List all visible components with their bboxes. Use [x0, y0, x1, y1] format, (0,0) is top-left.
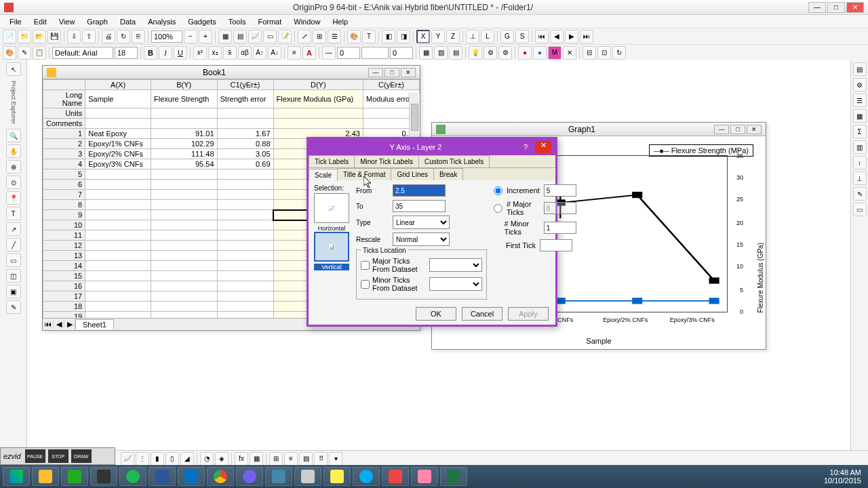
tab-scale[interactable]: Scale — [309, 169, 338, 181]
calculator-taskbar-icon[interactable] — [294, 467, 321, 486]
dialog-help-button[interactable]: ? — [519, 143, 532, 151]
first-tick-input[interactable] — [540, 239, 572, 251]
multipanel-icon[interactable]: ⊞ — [269, 452, 283, 466]
notes-taskbar-icon[interactable] — [323, 467, 351, 486]
scatter-plot-icon[interactable]: ⋮ — [136, 452, 149, 466]
next-icon[interactable]: ▶ — [565, 30, 578, 43]
ezvid-stop-button[interactable]: STOP — [48, 449, 68, 463]
blue-dot-icon[interactable]: ● — [533, 46, 547, 60]
copyformat-icon[interactable]: ✎ — [18, 46, 31, 60]
new-notes-icon[interactable]: 📝 — [278, 30, 292, 43]
reader-icon[interactable]: ⊕ — [6, 160, 21, 174]
gear-icon[interactable]: ⚙ — [498, 46, 512, 60]
layer-mgmt-icon[interactable]: ☰ — [328, 30, 341, 43]
merge2-icon[interactable]: ▤ — [299, 452, 313, 466]
rect-tool-icon[interactable]: ▭ — [6, 253, 21, 267]
layers-icon[interactable]: ☰ — [853, 94, 867, 107]
menu-tools[interactable]: Tools — [223, 16, 252, 27]
extract-icon[interactable]: ⊡ — [597, 46, 611, 60]
major-ticks-radio[interactable] — [494, 204, 502, 213]
maximize-button[interactable]: □ — [827, 2, 845, 13]
label-icon[interactable]: L — [481, 30, 494, 43]
save-icon[interactable]: 💾 — [47, 30, 61, 43]
graph-close-button[interactable]: ✕ — [747, 125, 762, 134]
g-icon[interactable]: G — [500, 30, 514, 43]
bar-plot-icon[interactable]: ▮ — [151, 452, 164, 466]
tab-tick-labels[interactable]: Tick Labels — [309, 155, 355, 167]
y-axis-icon[interactable]: Y — [431, 30, 445, 43]
pan-icon[interactable]: ✋ — [6, 144, 21, 158]
graph-titlebar[interactable]: Graph1 — □ ✕ — [432, 123, 766, 136]
menu-window[interactable]: Window — [288, 16, 326, 27]
ok-button[interactable]: OK — [416, 307, 456, 321]
apply-button[interactable]: Apply — [508, 307, 549, 321]
dialog-titlebar[interactable]: Y Axis - Layer 2 ? ✕ — [309, 139, 555, 155]
new-graph-icon[interactable]: 📈 — [248, 30, 262, 43]
workbook-titlebar[interactable]: Book1 — □ ✕ — [43, 66, 420, 79]
menu-view[interactable]: View — [54, 16, 81, 27]
refresh-icon[interactable]: ↻ — [117, 30, 130, 43]
rescale-select[interactable]: Normal — [393, 232, 450, 246]
tab-break[interactable]: Break — [433, 168, 463, 180]
tab-title-format[interactable]: Title & Format — [337, 168, 391, 180]
font-select[interactable] — [52, 47, 113, 59]
refresh2-icon[interactable]: ↻ — [612, 46, 626, 60]
graph-maximize-button[interactable]: □ — [730, 125, 745, 134]
workbook-close-button[interactable]: ✕ — [401, 68, 416, 77]
add-text-icon[interactable]: T — [362, 30, 376, 43]
new-folder-icon[interactable]: 📁 — [18, 30, 31, 43]
annotation-icon[interactable]: 📍 — [6, 191, 21, 205]
stats-icon[interactable]: Σ — [853, 125, 867, 138]
graph-minimize-button[interactable]: — — [714, 125, 729, 134]
type-select[interactable]: Linear — [393, 216, 450, 229]
scale-icon[interactable]: ↕ — [853, 156, 867, 169]
zoomout-icon[interactable]: − — [184, 30, 197, 43]
minor-ticks-input[interactable] — [544, 222, 576, 234]
chrome-taskbar-icon[interactable] — [207, 467, 234, 486]
plots-icon[interactable]: ▦ — [853, 109, 867, 123]
pattern-icon[interactable]: ▨ — [434, 46, 448, 60]
theme-icon[interactable]: 🎨 — [3, 46, 16, 60]
store-taskbar-icon[interactable] — [61, 467, 88, 486]
3d-plot-icon[interactable]: ◈ — [215, 452, 229, 466]
monitor-taskbar-icon[interactable] — [265, 467, 292, 486]
import-icon[interactable]: ⇩ — [67, 30, 81, 43]
props-icon[interactable]: ⚙ — [853, 78, 867, 92]
font-color-icon[interactable]: A — [302, 46, 316, 60]
stack-icon[interactable]: ≡ — [284, 452, 298, 466]
menu-analysis[interactable]: Analysis — [142, 16, 181, 27]
outlook-taskbar-icon[interactable] — [178, 467, 205, 486]
z-axis-icon[interactable]: Z — [446, 30, 460, 43]
new-matrix-icon[interactable]: ▤ — [233, 30, 247, 43]
x-axis-icon[interactable]: X — [416, 30, 430, 43]
from-input[interactable] — [393, 184, 446, 197]
project-explorer-label[interactable]: Project Explorer — [10, 81, 17, 124]
rescale-icon[interactable]: ⤢ — [298, 30, 311, 43]
ezvid-pause-button[interactable]: PAUSE — [25, 449, 45, 463]
line-tool-icon[interactable]: ╱ — [6, 238, 21, 251]
horizontal-axis-select[interactable]: 📈 — [314, 193, 349, 223]
spotify-taskbar-icon[interactable] — [119, 467, 146, 486]
symbol-size-input[interactable] — [390, 47, 413, 59]
dialog-close-button[interactable]: ✕ — [535, 141, 551, 153]
skype-taskbar-icon[interactable] — [353, 467, 380, 486]
excel-taskbar-icon[interactable] — [440, 467, 467, 486]
strikethrough-icon[interactable]: x̄ — [223, 46, 237, 60]
menu-edit[interactable]: Edit — [28, 16, 52, 27]
clear-icon[interactable]: ✕ — [563, 46, 576, 60]
red-dot-icon[interactable]: ● — [518, 46, 532, 60]
menu-file[interactable]: File — [4, 16, 27, 27]
more-icon[interactable]: ▾ — [329, 452, 342, 466]
zoomin-icon[interactable]: + — [199, 30, 212, 43]
pie-plot-icon[interactable]: ◔ — [200, 452, 214, 466]
bold-icon[interactable]: B — [144, 46, 157, 60]
m-icon[interactable]: M — [548, 46, 561, 60]
sheet-tab[interactable]: Sheet1 — [75, 319, 114, 329]
err-icon[interactable]: ⊥ — [466, 30, 479, 43]
anno-icon[interactable]: ✎ — [853, 187, 867, 201]
region-icon[interactable]: ◫ — [6, 269, 21, 283]
area-plot-icon[interactable]: ◢ — [180, 452, 194, 466]
mask-tool-icon[interactable]: ▣ — [6, 285, 21, 298]
merge-icon[interactable]: ⊟ — [583, 46, 596, 60]
tab-custom-tick-labels[interactable]: Custom Tick Labels — [418, 155, 490, 167]
